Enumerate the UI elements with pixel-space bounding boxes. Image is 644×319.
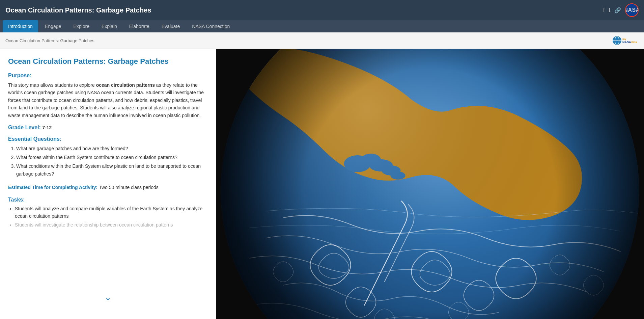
question-1: What are garbage patches and how are the… — [16, 145, 208, 153]
purpose-text-before: This story map allows students to explor… — [8, 82, 96, 88]
tasks-list: Students will analyze and compare multip… — [8, 205, 208, 229]
breadcrumb-bar: Ocean Circulation Patterns: Garbage Patc… — [0, 32, 644, 49]
grade-level-value: 7-12 — [42, 125, 52, 130]
nav-tabs: Introduction Engage Explore Explain Elab… — [0, 20, 644, 32]
tab-explore[interactable]: Explore — [68, 20, 94, 32]
purpose-bold-text: ocean circulation patterns — [96, 82, 155, 88]
link-icon[interactable]: 🔗 — [614, 7, 621, 14]
page-title: Ocean Circulation Patterns: Garbage Patc… — [5, 6, 151, 14]
tab-engage[interactable]: Engage — [39, 20, 66, 32]
left-panel: Ocean Circulation Patterns: Garbage Patc… — [0, 49, 216, 319]
purpose-heading: Purpose: — [8, 73, 208, 79]
svg-text:my: my — [622, 37, 626, 41]
tab-evaluate[interactable]: Evaluate — [156, 20, 185, 32]
questions-list: What are garbage patches and how are the… — [8, 145, 208, 178]
svg-text:data: data — [631, 41, 638, 44]
my-nasa-data-logo: my NASA data — [612, 35, 639, 46]
main-layout: Ocean Circulation Patterns: Garbage Patc… — [0, 49, 644, 319]
tasks-heading: Tasks: — [8, 197, 208, 203]
grade-level-heading: Grade Level: 7-12 — [8, 125, 208, 131]
breadcrumb: Ocean Circulation Patterns: Garbage Patc… — [5, 38, 94, 43]
right-panel — [216, 49, 644, 319]
facebook-icon[interactable]: f — [603, 7, 605, 13]
header-icons: f t 🔗 NASA — [603, 3, 639, 17]
tab-elaborate[interactable]: Elaborate — [124, 20, 155, 32]
svg-text:NASA: NASA — [622, 41, 631, 44]
tab-explain[interactable]: Explain — [96, 20, 122, 32]
question-3: What conditions within the Earth System … — [16, 162, 208, 179]
my-nasa-data-svg: my NASA data — [612, 35, 639, 46]
tab-nasa-connection[interactable]: NASA Connection — [187, 20, 235, 32]
tab-introduction[interactable]: Introduction — [3, 20, 38, 32]
nasa-logo: NASA — [625, 3, 639, 17]
ocean-visualization — [216, 49, 644, 319]
essential-questions-heading: Essential Questions: — [8, 136, 208, 142]
ocean-svg — [216, 49, 644, 319]
chevron-down-icon: ⌄ — [105, 293, 111, 302]
estimated-time-heading: Estimated Time for Completing Activity: — [8, 185, 99, 190]
question-2: What forces within the Earth System cont… — [16, 154, 208, 162]
estimated-time-paragraph: Estimated Time for Completing Activity: … — [8, 184, 208, 191]
app-header: Ocean Circulation Patterns: Garbage Patc… — [0, 0, 644, 20]
purpose-paragraph: This story map allows students to explor… — [8, 81, 208, 119]
content-title: Ocean Circulation Patterns: Garbage Patc… — [8, 57, 208, 66]
svg-point-15 — [221, 49, 639, 319]
task-1: Students will analyze and compare multip… — [15, 205, 208, 220]
estimated-time-value: Two 50 minute class periods — [99, 185, 159, 190]
twitter-icon[interactable]: t — [609, 7, 610, 13]
task-2: Students will investigate the relationsh… — [15, 221, 208, 229]
